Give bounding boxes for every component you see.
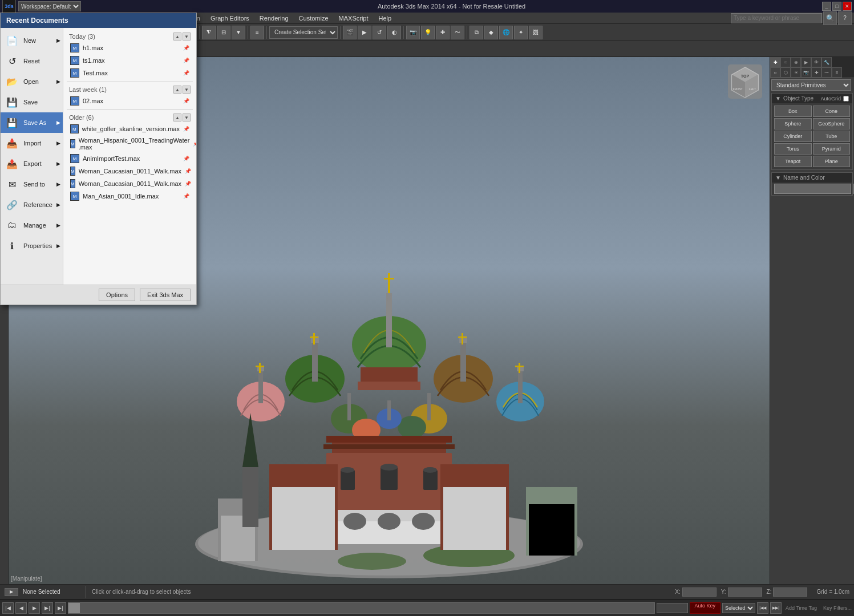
autoGrid-label[interactable]: AutoGrid [820, 96, 841, 102]
key-mode-select[interactable]: Selected [722, 603, 755, 613]
recent-file-man-asian[interactable]: M Man_Asian_0001_Idle.max 📌 [67, 190, 193, 202]
key-filters-label[interactable]: Key Filters... [823, 605, 852, 611]
menu-new[interactable]: 📄 New ▶ [1, 30, 63, 51]
recent-file-test[interactable]: M Test.max 📌 [67, 67, 193, 79]
prev-frame-button[interactable]: ◀ [15, 602, 27, 614]
coord-y-input[interactable] [728, 587, 762, 597]
motion-tab[interactable]: ▶ [801, 57, 811, 67]
effects-button[interactable]: ✦ [514, 26, 528, 39]
systems-tab[interactable]: ≡ [832, 67, 842, 78]
older-scroll-up[interactable]: ▲ [173, 114, 181, 121]
menu-reference[interactable]: 🔗 Reference ▶ [1, 194, 63, 215]
recent-file-02[interactable]: M 02.max 📌 [67, 95, 193, 107]
display-tab[interactable]: 👁 [811, 57, 821, 67]
exit-button[interactable]: Exit 3ds Max [140, 289, 191, 301]
plane-button[interactable]: Plane [813, 156, 851, 167]
spacewarp-button[interactable]: 〜 [451, 26, 464, 39]
go-to-end-button[interactable]: ▶| [55, 602, 66, 614]
auto-key-button[interactable]: Auto Key [690, 602, 721, 614]
recent-file-ts1[interactable]: M ts1.max 📌 [67, 54, 193, 67]
menu-graph-editors[interactable]: Graph Editors [206, 14, 254, 23]
autogrid-checkbox[interactable] [843, 96, 849, 102]
hierarchy-tab[interactable]: ⊕ [791, 57, 801, 67]
geometry-tab[interactable]: ○ [770, 67, 780, 78]
helper-button[interactable]: ✚ [436, 26, 450, 39]
collapse-icon[interactable]: ▼ [775, 95, 781, 102]
menu-save-as[interactable]: 💾 Save As ▶ [1, 112, 63, 133]
sphere-button[interactable]: Sphere [774, 118, 812, 129]
close-button[interactable]: ✕ [843, 2, 852, 11]
render-environment-button[interactable]: 🌐 [499, 26, 513, 39]
cylinder-button[interactable]: Cylinder [774, 131, 812, 142]
golfer-pin[interactable]: 📌 [183, 126, 189, 132]
teapot-button[interactable]: Teapot [774, 156, 812, 167]
recent-file-woman-cauc1[interactable]: M Woman_Caucasian_0011_Walk.max 📌 [67, 165, 193, 177]
test-pin[interactable]: 📌 [183, 70, 189, 76]
light-button[interactable]: 💡 [421, 26, 435, 39]
go-to-start-button[interactable]: |◀ [2, 602, 14, 614]
schematic-view-button[interactable]: ⧉ [470, 26, 483, 39]
recent-file-woman-hispanic[interactable]: M Woman_Hispanic_0001_TreadingWater .max… [67, 135, 193, 152]
recent-file-h1[interactable]: M h1.max 📌 [67, 42, 193, 54]
menu-save[interactable]: 💾 Save [1, 92, 63, 112]
cone-button[interactable]: Cone [813, 106, 851, 117]
manage-layers-button[interactable]: ≡ [250, 26, 264, 39]
geosphere-button[interactable]: GeoSphere [813, 118, 851, 129]
status-anim-toggle[interactable]: ▶ [5, 588, 18, 596]
timeline-bar[interactable] [68, 602, 655, 614]
menu-help[interactable]: Help [374, 14, 396, 23]
render-setup-button[interactable]: 🎬 [343, 26, 357, 39]
menu-send-to[interactable]: ✉ Send to ▶ [1, 174, 63, 194]
older-collapse[interactable]: ▼ [183, 114, 191, 121]
minimize-button[interactable]: _ [822, 2, 831, 11]
menu-customize[interactable]: Customize [294, 14, 333, 23]
render-to-texture-button[interactable]: 🖼 [529, 26, 543, 39]
workspace-select[interactable]: Workspace: Default [18, 1, 81, 11]
camera-button[interactable]: 📷 [406, 26, 420, 39]
ts1-pin[interactable]: 📌 [183, 58, 189, 63]
h1-pin[interactable]: 📌 [183, 45, 189, 51]
menu-manage[interactable]: 🗂 Manage ▶ [1, 215, 63, 236]
render-last-button[interactable]: ↺ [373, 26, 386, 39]
coord-z-input[interactable] [773, 587, 807, 597]
helpers-tab[interactable]: ✚ [811, 67, 821, 78]
timeline-thumb[interactable] [68, 603, 80, 613]
animtest-pin[interactable]: 📌 [183, 156, 189, 161]
today-collapse[interactable]: ▼ [183, 33, 191, 40]
name-color-collapse-icon[interactable]: ▼ [775, 175, 781, 181]
next-frame-button[interactable]: ▶| [42, 602, 53, 614]
utilities-tab[interactable]: 🔧 [821, 57, 832, 67]
tube-button[interactable]: Tube [813, 131, 851, 142]
next-key-button[interactable]: ▶▶| [770, 602, 782, 614]
menu-rendering[interactable]: Rendering [255, 14, 293, 23]
mirror-button[interactable]: ⧨ [202, 26, 216, 39]
shapes-tab[interactable]: ⬡ [780, 67, 791, 78]
align-button[interactable]: ⊟ [217, 26, 230, 39]
woman-cauc1-pin[interactable]: 📌 [185, 168, 191, 174]
selection-set-select[interactable]: Create Selection Set [269, 26, 338, 39]
recent-file-woman-cauc2[interactable]: M Woman_Caucasian_0011_Walk.max 📌 [67, 177, 193, 190]
prev-key-button[interactable]: |◀◀ [757, 602, 768, 614]
navigation-cube[interactable]: TOP FRONT LEFT [725, 62, 765, 102]
menu-reset[interactable]: ↺ Reset [1, 51, 63, 71]
create-tab[interactable]: ✚ [770, 57, 780, 67]
modify-tab[interactable]: ≈ [780, 57, 791, 67]
play-button[interactable]: ▶ [29, 602, 40, 614]
menu-open[interactable]: 📂 Open ▶ [1, 71, 63, 92]
quick-render-button[interactable]: ▶ [358, 26, 371, 39]
menu-export[interactable]: 📤 Export ▶ [1, 153, 63, 174]
search-input[interactable] [731, 13, 822, 23]
frame-counter[interactable]: 0 / 100 [657, 603, 688, 613]
woman-hispanic-pin[interactable]: 📌 [193, 141, 196, 147]
menu-maxscript[interactable]: MAXScript [334, 14, 373, 23]
pyramid-button[interactable]: Pyramid [813, 143, 851, 155]
woman-cauc2-pin[interactable]: 📌 [185, 181, 191, 187]
cameras-tab[interactable]: 📷 [801, 67, 811, 78]
maximize-button[interactable]: □ [832, 2, 841, 11]
menu-import[interactable]: 📥 Import ▶ [1, 133, 63, 153]
object-name-input[interactable] [774, 184, 851, 194]
spacewarps-tab[interactable]: 〜 [821, 67, 832, 78]
box-button[interactable]: Box [774, 106, 812, 117]
lights-tab[interactable]: ☀ [791, 67, 801, 78]
lastweek-collapse[interactable]: ▼ [183, 86, 191, 94]
